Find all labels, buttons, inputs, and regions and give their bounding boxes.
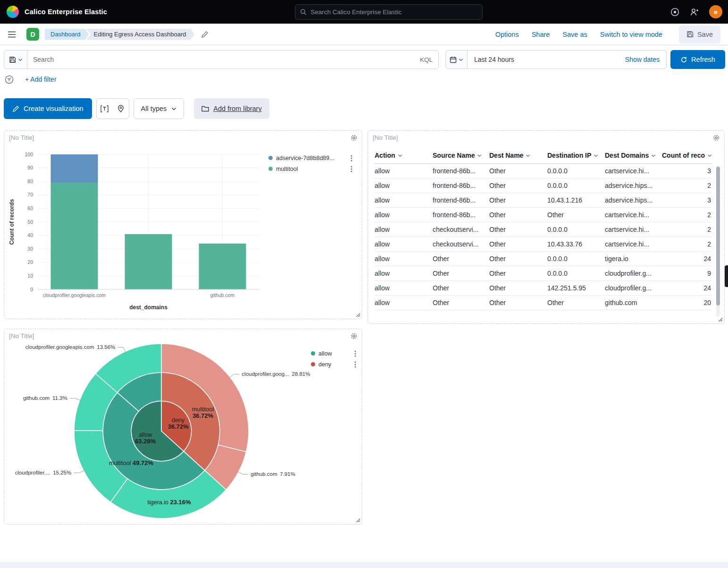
text-icon xyxy=(100,105,109,112)
table-cell: cartservice.hi... xyxy=(605,237,662,252)
table-cell: Other xyxy=(489,266,547,281)
svg-text:dest_domains: dest_domains xyxy=(129,304,167,311)
pie-legend: allowdeny xyxy=(308,343,357,370)
sort-chevron-icon xyxy=(594,154,598,157)
switch-view-mode-link[interactable]: Switch to view mode xyxy=(600,31,662,38)
date-picker-menu-button[interactable] xyxy=(445,50,468,69)
column-header[interactable]: Dest Domains xyxy=(605,148,662,164)
column-header[interactable]: Action xyxy=(375,148,433,164)
saved-query-menu-button[interactable] xyxy=(4,50,27,69)
legend-swatch xyxy=(311,362,315,366)
top-bar-actions: e xyxy=(670,0,722,24)
panel-title[interactable]: [No Title] xyxy=(373,134,398,141)
add-text-button[interactable] xyxy=(97,99,113,119)
panel-settings-icon[interactable] xyxy=(350,134,358,142)
add-from-library-label: Add from library xyxy=(213,105,261,112)
table-cell: Other xyxy=(489,208,547,222)
column-header[interactable]: Destination IP xyxy=(547,148,605,164)
kql-language-button[interactable]: KQL xyxy=(420,56,433,63)
kql-search-box[interactable]: KQL xyxy=(27,50,439,69)
refresh-button[interactable]: Refresh xyxy=(670,50,725,69)
table-cell: 0.0.0.0 xyxy=(547,266,605,281)
kql-search-input[interactable] xyxy=(33,56,416,63)
time-range-field[interactable]: Last 24 hours Show dates xyxy=(468,50,667,69)
menu-icon[interactable] xyxy=(8,31,16,38)
column-header[interactable]: Source Name xyxy=(433,148,489,164)
legend-menu-icon[interactable] xyxy=(354,361,356,368)
add-control-button[interactable] xyxy=(113,99,129,119)
nav-actions: Options Share Save as Switch to view mod… xyxy=(495,25,720,43)
svg-text:cloudprofiler.googleapis.com 1: cloudprofiler.googleapis.com 13.56% xyxy=(25,344,116,350)
legend-item[interactable]: adservice-7d8b8d89... xyxy=(268,153,352,163)
legend-item[interactable]: multitool xyxy=(268,163,352,174)
table-cell: 0.0.0.0 xyxy=(547,178,605,193)
legend-swatch xyxy=(268,167,273,171)
legend-menu-icon[interactable] xyxy=(351,166,352,172)
svg-text:github.com: github.com xyxy=(210,292,235,298)
table-row[interactable]: allowOtherOtherOthergithub.com20 xyxy=(375,296,712,310)
table-row[interactable]: allowfrontend-86b...Other0.0.0.0adservic… xyxy=(375,178,712,193)
column-header[interactable]: Count of reco xyxy=(662,148,712,164)
table-cell: frontend-86b... xyxy=(433,178,489,193)
search-icon xyxy=(300,8,307,16)
save-button[interactable]: Save xyxy=(679,25,720,43)
table-row[interactable]: allowfrontend-86b...Other0.0.0.0cartserv… xyxy=(375,164,712,178)
create-visualization-button[interactable]: Create visualization xyxy=(4,98,92,119)
legend-item[interactable]: allow xyxy=(311,348,356,359)
legend-menu-icon[interactable] xyxy=(351,155,352,161)
table-row[interactable]: allowfrontend-86b...Other10.43.1.216adse… xyxy=(375,193,712,208)
table-cell: Other xyxy=(547,296,605,310)
users-icon[interactable] xyxy=(690,8,699,16)
table-cell: 2 xyxy=(662,222,712,237)
table-cell: Other xyxy=(489,222,547,237)
svg-text:cloudprofiler.... 15.25%: cloudprofiler.... 15.25% xyxy=(15,470,72,475)
table-row[interactable]: allowOtherOther142.251.5.95cloudprofiler… xyxy=(375,281,712,296)
global-search-input[interactable] xyxy=(310,8,477,16)
options-link[interactable]: Options xyxy=(495,31,519,38)
table-scrollbar-thumb[interactable] xyxy=(716,167,720,305)
show-dates-link[interactable]: Show dates xyxy=(625,56,660,63)
footer-strip xyxy=(0,562,728,568)
nav-bar: D Dashboard Editing Egress Access Dashbo… xyxy=(0,24,728,45)
legend-label: deny xyxy=(318,361,351,368)
filter-icon[interactable] xyxy=(5,75,14,84)
table-panel: [No Title] ActionSource NameDest NameDes… xyxy=(368,130,725,324)
sort-chevron-icon xyxy=(707,154,712,157)
breadcrumb-dashboard[interactable]: Dashboard xyxy=(45,29,89,40)
all-types-dropdown[interactable]: All types xyxy=(134,98,184,119)
edit-toolbar: Create visualization All types Add from … xyxy=(4,98,269,119)
table-cell: checkoutservi... xyxy=(433,237,489,252)
panel-settings-icon[interactable] xyxy=(712,134,720,142)
table-cell: 2 xyxy=(662,237,712,252)
help-icon[interactable] xyxy=(670,8,679,17)
table-cell: frontend-86b... xyxy=(433,164,489,178)
edit-title-icon[interactable] xyxy=(201,31,209,38)
column-header[interactable]: Dest Name xyxy=(489,148,547,164)
sort-chevron-icon xyxy=(651,154,656,157)
user-avatar[interactable]: e xyxy=(709,5,722,18)
table-row[interactable]: allowfrontend-86b...OtherOthercartservic… xyxy=(375,208,712,222)
resize-handle[interactable] xyxy=(355,312,360,317)
dashboard-app: { "top_bar": { "app_title": "Calico Ente… xyxy=(0,0,728,568)
legend-label: adservice-7d8b8d89... xyxy=(276,155,347,161)
share-link[interactable]: Share xyxy=(532,31,550,38)
table-row[interactable]: allowcheckoutservi...Other10.43.33.76car… xyxy=(375,237,712,252)
legend-menu-icon[interactable] xyxy=(354,350,356,357)
add-from-library-button[interactable]: Add from library xyxy=(194,98,269,119)
page-scrollbar-thumb[interactable] xyxy=(725,265,728,287)
resize-handle[interactable] xyxy=(355,517,360,523)
panel-title[interactable]: [No Title] xyxy=(9,134,34,141)
legend-item[interactable]: deny xyxy=(311,359,356,370)
global-search[interactable] xyxy=(295,4,483,20)
add-filter-link[interactable]: + Add filter xyxy=(25,76,57,83)
dashboard-app-icon[interactable]: D xyxy=(26,28,39,41)
table-row[interactable]: allowcheckoutservi...Other0.0.0.0cartser… xyxy=(375,222,712,237)
table-scrollbar[interactable] xyxy=(716,166,720,317)
table-row[interactable]: allowOtherOther0.0.0.0tigera.io24 xyxy=(375,252,712,266)
resize-handle[interactable] xyxy=(718,317,723,322)
save-as-link[interactable]: Save as xyxy=(562,31,587,38)
bar-chart-svg[interactable]: 0102030405060708090100cloudprofiler.goog… xyxy=(7,148,266,314)
table-row[interactable]: allowOtherOther0.0.0.0cloudprofiler.g...… xyxy=(375,266,712,281)
refresh-button-label: Refresh xyxy=(691,56,715,63)
svg-text:70: 70 xyxy=(27,192,33,197)
